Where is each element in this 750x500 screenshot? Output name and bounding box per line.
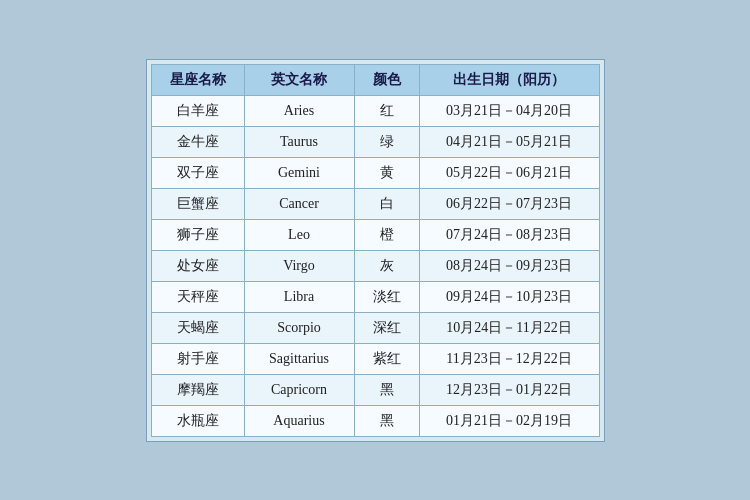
cell-date: 12月23日－01月22日 bbox=[419, 374, 599, 405]
cell-chinese: 处女座 bbox=[151, 250, 244, 281]
cell-chinese: 天秤座 bbox=[151, 281, 244, 312]
cell-chinese: 摩羯座 bbox=[151, 374, 244, 405]
table-row: 白羊座Aries红03月21日－04月20日 bbox=[151, 95, 599, 126]
cell-date: 08月24日－09月23日 bbox=[419, 250, 599, 281]
zodiac-table-container: 星座名称 英文名称 颜色 出生日期（阳历） 白羊座Aries红03月21日－04… bbox=[146, 59, 605, 442]
cell-english: Libra bbox=[244, 281, 354, 312]
cell-chinese: 天蝎座 bbox=[151, 312, 244, 343]
cell-color: 黄 bbox=[354, 157, 419, 188]
cell-chinese: 金牛座 bbox=[151, 126, 244, 157]
cell-date: 07月24日－08月23日 bbox=[419, 219, 599, 250]
cell-color: 橙 bbox=[354, 219, 419, 250]
table-row: 水瓶座Aquarius黑01月21日－02月19日 bbox=[151, 405, 599, 436]
zodiac-table: 星座名称 英文名称 颜色 出生日期（阳历） 白羊座Aries红03月21日－04… bbox=[151, 64, 600, 437]
cell-color: 淡红 bbox=[354, 281, 419, 312]
cell-date: 10月24日－11月22日 bbox=[419, 312, 599, 343]
table-header-row: 星座名称 英文名称 颜色 出生日期（阳历） bbox=[151, 64, 599, 95]
table-row: 天蝎座Scorpio深红10月24日－11月22日 bbox=[151, 312, 599, 343]
cell-color: 黑 bbox=[354, 405, 419, 436]
cell-english: Sagittarius bbox=[244, 343, 354, 374]
table-row: 射手座Sagittarius紫红11月23日－12月22日 bbox=[151, 343, 599, 374]
cell-date: 05月22日－06月21日 bbox=[419, 157, 599, 188]
cell-english: Scorpio bbox=[244, 312, 354, 343]
cell-date: 11月23日－12月22日 bbox=[419, 343, 599, 374]
cell-english: Aries bbox=[244, 95, 354, 126]
header-chinese: 星座名称 bbox=[151, 64, 244, 95]
table-row: 处女座Virgo灰08月24日－09月23日 bbox=[151, 250, 599, 281]
cell-color: 紫红 bbox=[354, 343, 419, 374]
cell-chinese: 狮子座 bbox=[151, 219, 244, 250]
cell-english: Capricorn bbox=[244, 374, 354, 405]
cell-chinese: 射手座 bbox=[151, 343, 244, 374]
cell-english: Leo bbox=[244, 219, 354, 250]
table-row: 巨蟹座Cancer白06月22日－07月23日 bbox=[151, 188, 599, 219]
cell-color: 深红 bbox=[354, 312, 419, 343]
table-row: 狮子座Leo橙07月24日－08月23日 bbox=[151, 219, 599, 250]
cell-date: 06月22日－07月23日 bbox=[419, 188, 599, 219]
cell-english: Aquarius bbox=[244, 405, 354, 436]
header-date: 出生日期（阳历） bbox=[419, 64, 599, 95]
header-english: 英文名称 bbox=[244, 64, 354, 95]
cell-english: Gemini bbox=[244, 157, 354, 188]
cell-color: 黑 bbox=[354, 374, 419, 405]
cell-color: 红 bbox=[354, 95, 419, 126]
cell-color: 灰 bbox=[354, 250, 419, 281]
cell-english: Taurus bbox=[244, 126, 354, 157]
table-row: 双子座Gemini黄05月22日－06月21日 bbox=[151, 157, 599, 188]
cell-chinese: 白羊座 bbox=[151, 95, 244, 126]
cell-date: 09月24日－10月23日 bbox=[419, 281, 599, 312]
table-row: 摩羯座Capricorn黑12月23日－01月22日 bbox=[151, 374, 599, 405]
cell-color: 白 bbox=[354, 188, 419, 219]
cell-date: 01月21日－02月19日 bbox=[419, 405, 599, 436]
cell-english: Cancer bbox=[244, 188, 354, 219]
table-row: 天秤座Libra淡红09月24日－10月23日 bbox=[151, 281, 599, 312]
cell-color: 绿 bbox=[354, 126, 419, 157]
cell-date: 03月21日－04月20日 bbox=[419, 95, 599, 126]
cell-chinese: 双子座 bbox=[151, 157, 244, 188]
header-color: 颜色 bbox=[354, 64, 419, 95]
cell-english: Virgo bbox=[244, 250, 354, 281]
cell-date: 04月21日－05月21日 bbox=[419, 126, 599, 157]
cell-chinese: 巨蟹座 bbox=[151, 188, 244, 219]
table-row: 金牛座Taurus绿04月21日－05月21日 bbox=[151, 126, 599, 157]
cell-chinese: 水瓶座 bbox=[151, 405, 244, 436]
